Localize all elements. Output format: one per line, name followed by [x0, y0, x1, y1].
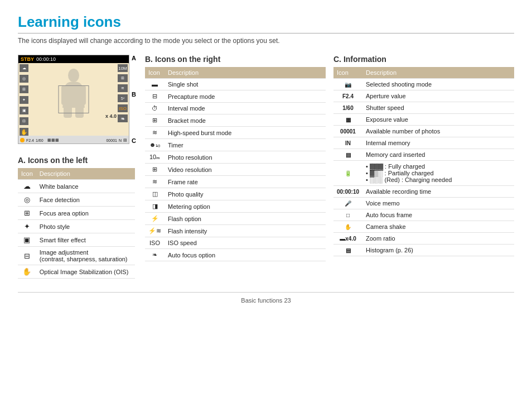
desc-cell: Smart filter effect: [36, 233, 135, 247]
table-row: 1/60Shutter speed: [333, 102, 514, 114]
table-row: ✋Optical Image Stabilization (OIS): [18, 265, 135, 279]
desc-cell: Flash intensity: [165, 225, 326, 237]
desc-cell: Photo style: [36, 220, 135, 233]
icon-cell: ▤: [333, 149, 362, 161]
icon-cell: ✋: [18, 265, 36, 279]
desc-cell: • ▓▓▓ : Fully charged • ▓▒░ : Partially …: [362, 161, 514, 186]
desc-cell: Auto focus frame: [362, 209, 514, 221]
col-desc-c: Description: [362, 67, 514, 79]
table-row: ⊟Precapture mode: [145, 90, 326, 103]
desc-cell: ISO speed: [165, 237, 326, 249]
col-desc-a: Description: [36, 168, 135, 180]
table-row: ▬Single shot: [145, 79, 326, 90]
desc-cell: Photo quality: [165, 188, 326, 200]
icon-cell: ◫: [145, 188, 165, 200]
table-row: 🔋• ▓▓▓ : Fully charged • ▓▒░ : Partially…: [333, 161, 514, 186]
table-row: ☁White balance: [18, 180, 135, 193]
table-row: 📷Selected shooting mode: [333, 79, 514, 90]
icon-cell: ⚡≋: [145, 225, 165, 237]
desc-cell: Video resolution: [165, 164, 326, 176]
icon-cell: 📷: [333, 79, 362, 90]
desc-cell: Frame rate: [165, 176, 326, 188]
icon-cell: ☻₁₀: [145, 139, 165, 151]
icon-cell: ⊟: [18, 247, 36, 265]
page-subtitle: The icons displayed will change accordin…: [18, 37, 514, 45]
icon-cell: ◨: [145, 200, 165, 213]
table-row: ◫Photo quality: [145, 188, 326, 200]
cam-icon-r2: ⊞: [118, 74, 128, 82]
desc-cell: Bracket mode: [165, 114, 326, 127]
desc-cell: Shutter speed: [362, 102, 514, 114]
table-row: ⊟Image adjustment (contrast, sharpness, …: [18, 247, 135, 265]
table-row: ▤Memory card inserted: [333, 149, 514, 161]
icon-cell: □: [333, 209, 362, 221]
icon-cell: ☁: [18, 180, 36, 193]
icon-cell: 00:00:10: [333, 186, 362, 198]
icon-cell: ▬: [145, 79, 165, 90]
desc-cell: Image adjustment (contrast, sharpness, s…: [36, 247, 135, 265]
table-row: F2.4Aperture value: [333, 90, 514, 102]
table-row: ⚡Flash option: [145, 213, 326, 225]
icon-cell: ISO: [145, 237, 165, 249]
icon-cell: ≋: [145, 176, 165, 188]
desc-cell: Face detection: [36, 193, 135, 207]
section-a-table: Icon Description ☁White balance◎Face det…: [18, 168, 135, 279]
timecode: 00:00:10: [36, 56, 56, 62]
desc-cell: Interval mode: [165, 103, 326, 114]
desc-cell: High-speed burst mode: [165, 127, 326, 139]
cam-icon-r6: ❧: [118, 114, 128, 122]
desc-cell: Auto focus option: [165, 249, 326, 261]
icon-cell: 1/60: [333, 102, 362, 114]
section-b-table: Icon Description ▬Single shot⊟Precapture…: [145, 67, 326, 261]
table-row: ▤Histogram (p. 26): [333, 245, 514, 256]
icon-cell: ≋: [145, 127, 165, 139]
table-row: 00001Available number of photos: [333, 126, 514, 137]
cam-icon-r1: 10M: [118, 64, 128, 72]
icon-cell: ❧: [145, 249, 165, 261]
stby-label: STBY: [21, 56, 34, 62]
icon-cell: ✋: [333, 221, 362, 233]
cam-icon-r4: 5ⁿ: [118, 94, 128, 102]
table-row: ⊞Bracket mode: [145, 114, 326, 127]
icon-cell: ⚡: [145, 213, 165, 225]
icon-cell: 🔋: [333, 161, 362, 186]
icon-cell: 🎤: [333, 198, 362, 209]
col-desc-b: Description: [165, 67, 326, 79]
icon-cell: ◎: [18, 193, 36, 207]
zoom-display: x 4.0: [105, 113, 117, 119]
section-b-title: B. Icons on the right: [145, 55, 326, 64]
icon-cell: ▣: [18, 233, 36, 247]
table-row: ▬x4.0Zoom ratio: [333, 233, 514, 245]
desc-cell: Camera shake: [362, 221, 514, 233]
table-row: ⚡≋Flash intensity: [145, 225, 326, 237]
table-row: □Auto focus frame: [333, 209, 514, 221]
icon-cell: ▤: [333, 245, 362, 256]
label-a: A: [132, 55, 136, 61]
section-c-table: Icon Description 📷Selected shooting mode…: [333, 67, 514, 256]
cam-icon-ps: ✦: [20, 96, 28, 104]
icon-cell: ▬x4.0: [333, 233, 362, 245]
table-row: ⏱Interval mode: [145, 103, 326, 114]
cam-icon-fa: ⊞: [20, 85, 28, 93]
icon-cell: ⊞: [145, 114, 165, 127]
table-row: 10ₘPhoto resolution: [145, 151, 326, 164]
icon-cell: ⊞: [145, 164, 165, 176]
desc-cell: Internal memory: [362, 137, 514, 149]
desc-cell: Aperture value: [362, 90, 514, 102]
desc-cell: Exposure value: [362, 114, 514, 126]
table-row: ✋Camera shake: [333, 221, 514, 233]
cam-icon-fd: ◎: [20, 75, 28, 83]
col-icon-a: Icon: [18, 168, 36, 180]
table-row: ❧Auto focus option: [145, 249, 326, 261]
col-icon-c: Icon: [333, 67, 362, 79]
table-row: ≋Frame rate: [145, 176, 326, 188]
table-row: ISOISO speed: [145, 237, 326, 249]
desc-cell: White balance: [36, 180, 135, 193]
desc-cell: Memory card inserted: [362, 149, 514, 161]
cam-icon-r3: ≋: [118, 84, 128, 92]
table-row: 00:00:10Available recording time: [333, 186, 514, 198]
table-row: INInternal memory: [333, 137, 514, 149]
cam-icon-ois: ✋: [20, 128, 28, 136]
desc-cell: Photo resolution: [165, 151, 326, 164]
desc-cell: Zoom ratio: [362, 233, 514, 245]
